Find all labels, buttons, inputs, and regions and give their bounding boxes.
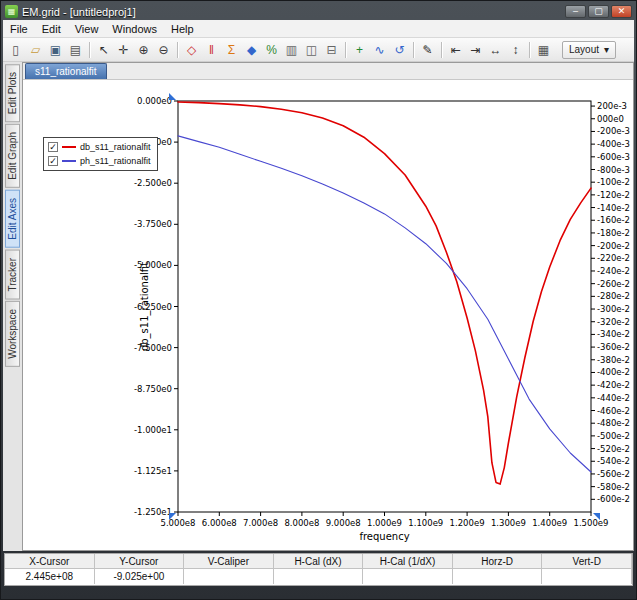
x-tick-label: 7.000e8 bbox=[243, 518, 278, 528]
x-tick-label: 6.000e8 bbox=[202, 518, 237, 528]
grid-settings-icon[interactable]: ▦ bbox=[534, 40, 553, 59]
y-right-tick-label: -180e-2 bbox=[597, 228, 630, 238]
readout-header-v-caliper: V-Caliper bbox=[184, 554, 274, 569]
legend-label: db_s11_rationalfit bbox=[80, 142, 150, 152]
stacked-plot-icon[interactable]: ▥ bbox=[282, 40, 301, 59]
side-tab-edit-graph[interactable]: Edit Graph bbox=[5, 124, 20, 188]
side-tab-tracker[interactable]: Tracker bbox=[5, 250, 20, 300]
tile-horizontal-icon[interactable]: ◫ bbox=[302, 40, 321, 59]
marker-tool-icon[interactable]: ◇ bbox=[182, 40, 201, 59]
pan-tool-icon[interactable]: ✛ bbox=[114, 40, 133, 59]
content-area: s11_rationalfit 5.000e86.000e87.000e88.0… bbox=[22, 62, 634, 551]
caliper-left-icon[interactable]: ⇤ bbox=[446, 40, 465, 59]
legend-checkbox[interactable]: ✓ bbox=[48, 142, 58, 152]
y-left-tick-label: -2.500e0 bbox=[134, 178, 172, 188]
y-right-tick-label: -240e-2 bbox=[597, 266, 630, 276]
readout-value-6 bbox=[542, 569, 632, 584]
menu-help[interactable]: Help bbox=[164, 22, 201, 36]
edit-pencil-icon[interactable]: ✎ bbox=[418, 40, 437, 59]
close-button[interactable]: ✕ bbox=[611, 5, 632, 18]
y-right-tick-label: -360e-2 bbox=[597, 342, 630, 352]
y-right-tick-label: -100e-2 bbox=[597, 177, 630, 187]
y-left-tick-label: -1.250e1 bbox=[134, 507, 172, 517]
maximize-button[interactable]: ▢ bbox=[588, 5, 609, 18]
x-axis-title: frequency bbox=[359, 531, 409, 542]
percent-tool-icon[interactable]: % bbox=[262, 40, 281, 59]
y-right-tick-label: -520e-2 bbox=[597, 444, 630, 454]
sum-tool-icon[interactable]: Σ bbox=[222, 40, 241, 59]
y-right-tick-label: -220e-2 bbox=[597, 253, 630, 263]
y-right-tick-label: -400e-2 bbox=[597, 367, 630, 377]
y-axis-title: db_s11_rationalfit bbox=[139, 262, 151, 351]
menu-file[interactable]: File bbox=[3, 22, 35, 36]
side-tab-strip: Edit PlotsEdit GraphEdit AxesTrackerWork… bbox=[3, 62, 22, 551]
save-icon[interactable]: ▣ bbox=[46, 40, 65, 59]
side-tab-workspace[interactable]: Workspace bbox=[5, 301, 20, 367]
refresh-icon[interactable]: ↺ bbox=[390, 40, 409, 59]
sine-trace-icon[interactable]: ∿ bbox=[370, 40, 389, 59]
y-right-tick-label: -480e-2 bbox=[597, 418, 630, 428]
y-right-tick-label: -320e-2 bbox=[597, 317, 630, 327]
zoom-in-icon[interactable]: ⊕ bbox=[134, 40, 153, 59]
legend-line-swatch bbox=[62, 146, 76, 148]
readout-value-2 bbox=[184, 569, 274, 584]
readout-value-3 bbox=[274, 569, 364, 584]
y-right-tick-label: -600e-3 bbox=[597, 152, 630, 162]
menu-windows[interactable]: Windows bbox=[105, 22, 164, 36]
caliper-right-icon[interactable]: ⇥ bbox=[466, 40, 485, 59]
add-trace-icon[interactable]: + bbox=[350, 40, 369, 59]
y-left-tick-label: 0.000e0 bbox=[137, 96, 172, 106]
menu-edit[interactable]: Edit bbox=[35, 22, 68, 36]
diamond-marker-icon[interactable]: ◆ bbox=[242, 40, 261, 59]
x-tick-label: 1.300e9 bbox=[491, 518, 526, 528]
print-icon[interactable]: ▤ bbox=[66, 40, 85, 59]
caliper-reset-icon[interactable]: ↕ bbox=[506, 40, 525, 59]
y-right-tick-label: -140e-2 bbox=[597, 203, 630, 213]
x-tick-label: 1.400e9 bbox=[532, 518, 567, 528]
legend-item: ✓ph_s11_rationalfit bbox=[48, 156, 150, 166]
readout-header-vert-d: Vert-D bbox=[542, 554, 632, 569]
layout-dropdown[interactable]: Layout▾ bbox=[562, 41, 616, 59]
y-right-tick-label: -160e-2 bbox=[597, 215, 630, 225]
legend-line-swatch bbox=[62, 160, 76, 162]
x-tick-label: 1.000e9 bbox=[367, 518, 402, 528]
y-right-tick-label: -800e-3 bbox=[597, 165, 630, 175]
toolbar-separator bbox=[441, 42, 442, 58]
y-right-tick-label: -200e-2 bbox=[597, 241, 630, 251]
y-right-tick-label: -460e-2 bbox=[597, 406, 630, 416]
y-right-tick-label: -600e-2 bbox=[597, 494, 630, 504]
window-controls: –▢✕ bbox=[565, 5, 632, 18]
side-tab-edit-axes[interactable]: Edit Axes bbox=[5, 190, 20, 248]
y-right-tick-label: -280e-2 bbox=[597, 291, 630, 301]
minimize-button[interactable]: – bbox=[565, 5, 586, 18]
legend: ✓db_s11_rationalfit✓ph_s11_rationalfit bbox=[43, 137, 158, 171]
tile-vertical-icon[interactable]: ⊟ bbox=[322, 40, 341, 59]
y-right-tick-label: -400e-3 bbox=[597, 139, 630, 149]
app-window: ▦ EM.grid - [untitledproj1] –▢✕ FileEdit… bbox=[0, 0, 637, 600]
plot-frame bbox=[178, 101, 591, 512]
toolbar-separator bbox=[345, 42, 346, 58]
zoom-out-icon[interactable]: ⊖ bbox=[154, 40, 173, 59]
y-left-tick-label: -1.125e1 bbox=[134, 466, 172, 476]
menu-view[interactable]: View bbox=[68, 22, 106, 36]
y-left-tick-label: -8.750e0 bbox=[134, 384, 172, 394]
caliper-span-icon[interactable]: ↔ bbox=[486, 40, 505, 59]
tab-s11_rationalfit[interactable]: s11_rationalfit bbox=[25, 63, 107, 79]
y-right-tick-label: -440e-2 bbox=[597, 393, 630, 403]
layout-dropdown-label: Layout bbox=[569, 44, 599, 55]
y-left-tick-label: -1.000e1 bbox=[134, 425, 172, 435]
legend-checkbox[interactable]: ✓ bbox=[48, 156, 58, 166]
new-document-icon[interactable]: ▯ bbox=[6, 40, 25, 59]
select-pointer-icon[interactable]: ↖ bbox=[94, 40, 113, 59]
cursor-marker[interactable] bbox=[169, 93, 176, 100]
y-right-tick-label: 000e0 bbox=[597, 114, 624, 124]
y-right-tick-label: -260e-2 bbox=[597, 279, 630, 289]
vertical-caliper-icon[interactable]: ‖ bbox=[202, 40, 221, 59]
titlebar[interactable]: ▦ EM.grid - [untitledproj1] –▢✕ bbox=[3, 3, 634, 20]
side-tab-edit-plots[interactable]: Edit Plots bbox=[5, 64, 20, 122]
readout-header-horz-d: Horz-D bbox=[453, 554, 543, 569]
y-left-tick-label: -3.750e0 bbox=[134, 219, 172, 229]
readout-value-4 bbox=[363, 569, 453, 584]
open-folder-icon[interactable]: ▱ bbox=[26, 40, 45, 59]
toolbar-separator bbox=[413, 42, 414, 58]
